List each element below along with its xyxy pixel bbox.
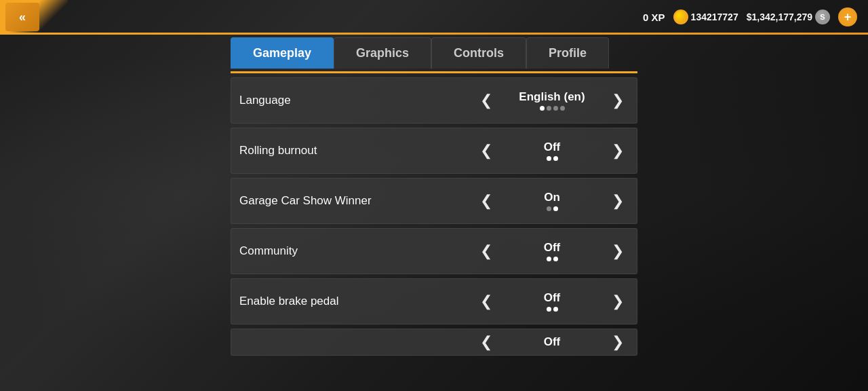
garage-car-show-value-wrap: On <box>508 191 596 211</box>
settings-list: Language ❮ English (en) ❯ Rolling burnou… <box>231 77 637 356</box>
rolling-burnout-value: Off <box>544 141 561 154</box>
garage-car-show-dots <box>547 206 558 211</box>
add-button[interactable]: + <box>838 7 857 26</box>
top-separator <box>0 33 868 35</box>
community-prev-button[interactable]: ❮ <box>475 240 497 262</box>
xp-badge: 0 XP <box>643 12 665 23</box>
coins-badge: 134217727 <box>673 10 738 24</box>
language-dots <box>540 106 565 111</box>
setting-row-partial: ❮ Off ❯ <box>231 329 637 356</box>
rolling-burnout-value-wrap: Off <box>508 141 596 161</box>
main-content: Gameplay Graphics Controls Profile Langu… <box>231 37 637 391</box>
setting-label-brake-pedal: Enable brake pedal <box>239 295 475 308</box>
cash-value: $1,342,177,279 <box>747 12 812 22</box>
rolling-burnout-dots <box>547 156 558 161</box>
dot <box>547 106 551 111</box>
partial-value-wrap: Off <box>508 335 596 349</box>
brake-pedal-value-wrap: Off <box>508 291 596 312</box>
community-value: Off <box>544 241 561 255</box>
brake-pedal-value: Off <box>544 291 561 305</box>
setting-label-rolling-burnout: Rolling burnout <box>239 144 475 157</box>
setting-row-rolling-burnout: Rolling burnout ❮ Off ❯ <box>231 128 637 174</box>
language-next-button[interactable]: ❯ <box>607 90 629 111</box>
dot <box>553 106 558 111</box>
partial-value: Off <box>544 335 561 349</box>
tab-graphics[interactable]: Graphics <box>334 37 431 69</box>
language-value-wrap: English (en) <box>508 90 596 111</box>
dot <box>547 307 551 312</box>
tab-underline <box>231 71 637 73</box>
rolling-burnout-prev-button[interactable]: ❮ <box>475 140 497 162</box>
partial-prev-button[interactable]: ❮ <box>475 331 497 353</box>
coin-icon <box>673 10 688 24</box>
tab-controls[interactable]: Controls <box>431 37 526 69</box>
community-value-wrap: Off <box>508 241 596 261</box>
dot <box>560 106 565 111</box>
language-prev-button[interactable]: ❮ <box>475 90 497 111</box>
cash-icon: S <box>815 10 830 24</box>
tab-gameplay[interactable]: Gameplay <box>231 37 334 69</box>
garage-car-show-next-button[interactable]: ❯ <box>607 190 629 212</box>
setting-label-community: Community <box>239 244 475 258</box>
rolling-burnout-next-button[interactable]: ❯ <box>607 140 629 162</box>
coins-value: 134217727 <box>691 12 738 22</box>
partial-next-button[interactable]: ❯ <box>607 331 629 353</box>
dot <box>540 106 545 111</box>
setting-row-community: Community ❮ Off ❯ <box>231 228 637 274</box>
community-dots <box>547 257 558 261</box>
brake-pedal-prev-button[interactable]: ❮ <box>475 291 497 312</box>
dot <box>553 156 558 161</box>
dot <box>547 257 551 261</box>
language-value: English (en) <box>519 90 585 104</box>
top-bar-left: « <box>0 0 68 34</box>
dot <box>553 257 558 261</box>
top-bar-right: 0 XP 134217727 $1,342,177,279 S + <box>643 7 857 26</box>
garage-car-show-prev-button[interactable]: ❮ <box>475 190 497 212</box>
setting-label-garage-car-show: Garage Car Show Winner <box>239 194 475 208</box>
brake-pedal-next-button[interactable]: ❯ <box>607 291 629 312</box>
cash-badge: $1,342,177,279 S <box>747 10 830 24</box>
brake-pedal-dots <box>547 307 558 312</box>
dot <box>547 206 551 211</box>
top-bar: « 0 XP 134217727 $1,342,177,279 S + <box>0 0 868 34</box>
community-next-button[interactable]: ❯ <box>607 240 629 262</box>
setting-control-partial: ❮ Off ❯ <box>475 331 629 353</box>
setting-control-garage-car-show: ❮ On ❯ <box>475 190 629 212</box>
dot <box>553 307 558 312</box>
garage-car-show-value: On <box>544 191 560 204</box>
setting-control-language: ❮ English (en) ❯ <box>475 90 629 111</box>
setting-row-brake-pedal: Enable brake pedal ❮ Off ❯ <box>231 278 637 324</box>
tab-profile[interactable]: Profile <box>526 37 609 69</box>
setting-control-rolling-burnout: ❮ Off ❯ <box>475 140 629 162</box>
dot <box>547 156 551 161</box>
back-button[interactable]: « <box>5 3 39 31</box>
tabs-container: Gameplay Graphics Controls Profile <box>231 37 637 69</box>
setting-row-language: Language ❮ English (en) ❯ <box>231 77 637 124</box>
setting-control-community: ❮ Off ❯ <box>475 240 629 262</box>
setting-row-garage-car-show: Garage Car Show Winner ❮ On ❯ <box>231 178 637 224</box>
setting-label-language: Language <box>239 94 475 107</box>
dot <box>553 206 558 211</box>
setting-control-brake-pedal: ❮ Off ❯ <box>475 291 629 312</box>
